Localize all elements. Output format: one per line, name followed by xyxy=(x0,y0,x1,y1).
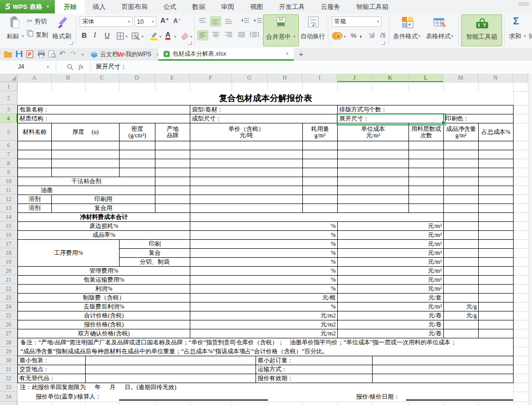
table-cell[interactable] xyxy=(408,159,444,168)
table-cell[interactable] xyxy=(17,159,52,168)
table-cell[interactable] xyxy=(478,177,514,186)
table-cell[interactable] xyxy=(443,284,479,294)
number-format-select[interactable]: 常规▾ xyxy=(332,16,382,27)
row-header-32[interactable]: 32 xyxy=(0,374,17,383)
column-header-D[interactable]: D xyxy=(119,74,155,82)
header-material[interactable]: 材料名称 xyxy=(17,123,52,141)
header-unit_cost[interactable]: 单位成本 元/m² xyxy=(337,123,409,141)
sheet-title[interactable]: 复合包材成本分解报价表 xyxy=(17,91,514,105)
row-header-16[interactable]: 16 xyxy=(0,230,17,239)
new-tab-button[interactable]: + xyxy=(299,50,303,58)
table-cell[interactable] xyxy=(337,177,409,186)
font-name-select[interactable]: 宋体▾ xyxy=(80,16,133,27)
row-header-27[interactable]: 27 xyxy=(0,329,17,338)
table-cell[interactable]: 元/m² xyxy=(337,230,444,240)
table-cell[interactable]: 合计价格(含税) xyxy=(17,311,190,320)
table-cell[interactable] xyxy=(478,320,514,329)
table-cell[interactable]: 元/m² xyxy=(337,275,444,285)
window-controls[interactable] xyxy=(518,2,529,6)
font-size-select[interactable]: 10▾ xyxy=(134,16,156,27)
table-cell[interactable] xyxy=(337,168,409,177)
table-cell[interactable] xyxy=(337,150,409,159)
table-cell[interactable] xyxy=(155,186,190,195)
table-cell[interactable] xyxy=(119,150,155,159)
table-cell[interactable] xyxy=(302,159,338,168)
table-cell[interactable] xyxy=(190,168,303,177)
table-cell[interactable]: 去版费后利润% xyxy=(17,302,190,311)
format-painter-button[interactable]: 格式刷 xyxy=(50,14,74,45)
table-cell[interactable]: % xyxy=(190,275,338,285)
table-cell[interactable] xyxy=(408,203,444,213)
table-cell[interactable] xyxy=(155,159,190,168)
header-cost_share[interactable]: 占总成本% xyxy=(478,123,514,141)
table-cell[interactable]: 元/m² xyxy=(337,248,444,258)
menu-data[interactable]: 数据 xyxy=(184,0,213,13)
bold-button[interactable]: B xyxy=(82,31,87,39)
table-cell[interactable] xyxy=(478,302,514,311)
table-cell[interactable]: 袋型/卷材： xyxy=(190,105,338,114)
wrap-text-button[interactable]: 自动换行 xyxy=(300,14,326,45)
column-header-E[interactable]: E xyxy=(155,74,190,82)
table-cell[interactable] xyxy=(85,365,256,374)
menu-home[interactable]: 开始 xyxy=(56,0,85,13)
table-cell[interactable] xyxy=(17,141,52,150)
table-cell[interactable] xyxy=(408,177,444,186)
table-cell[interactable] xyxy=(478,195,514,204)
align-left-button[interactable] xyxy=(197,30,208,40)
borders-button[interactable] xyxy=(117,32,125,42)
table-cell[interactable]: 制版费（含税） xyxy=(17,293,190,303)
row-header-26[interactable]: 26 xyxy=(0,320,17,329)
row-header-10[interactable]: 10 xyxy=(0,177,17,186)
table-cell[interactable] xyxy=(190,186,303,195)
row-header-5[interactable]: 5 xyxy=(0,123,17,141)
table-cell[interactable] xyxy=(155,195,190,204)
print-preview-icon[interactable] xyxy=(48,50,56,60)
grow-font-button[interactable]: A⁺ xyxy=(160,16,169,24)
column-header-G[interactable]: G xyxy=(232,74,267,82)
undo-icon[interactable]: ↶ xyxy=(59,49,65,57)
table-cell[interactable] xyxy=(478,150,514,159)
name-box[interactable]: J4 ▾ xyxy=(0,61,56,73)
column-header-L[interactable]: L xyxy=(408,74,443,82)
table-cell[interactable] xyxy=(337,141,409,150)
table-cell[interactable]: % xyxy=(190,257,338,267)
table-cell[interactable] xyxy=(372,365,514,374)
table-cell[interactable] xyxy=(443,239,479,249)
row-header-7[interactable]: 7 xyxy=(0,150,17,159)
smart-toolbox-button[interactable]: 智能工具箱 xyxy=(461,14,502,46)
table-cell[interactable] xyxy=(478,230,514,240)
table-cell[interactable] xyxy=(337,203,409,213)
header-consumption[interactable]: 耗用量 g/m² xyxy=(302,123,338,141)
table-cell[interactable]: 废边损耗% xyxy=(17,221,190,231)
table-cell[interactable] xyxy=(302,177,338,186)
row-header-3[interactable]: 3 xyxy=(0,105,17,114)
menu-view[interactable]: 视图 xyxy=(242,0,271,13)
table-cell[interactable] xyxy=(408,195,444,204)
table-cell[interactable] xyxy=(408,186,444,195)
footnote[interactable]: 注：此报价单回复期限为 年 月 日。(逾期回传无效) xyxy=(18,383,514,392)
table-cell[interactable] xyxy=(478,221,514,231)
column-header-F[interactable]: F xyxy=(190,74,232,82)
table-cell[interactable] xyxy=(478,186,514,195)
table-cell[interactable] xyxy=(119,168,155,177)
column-header-N[interactable]: N xyxy=(478,74,513,82)
table-cell[interactable]: 成品率% xyxy=(17,230,190,240)
table-cell[interactable]: 包装运输费用% xyxy=(17,275,190,285)
table-cell[interactable]: 溶剂 xyxy=(17,203,52,213)
table-cell[interactable]: 成型尺寸： xyxy=(190,114,338,123)
table-cell[interactable] xyxy=(478,257,514,267)
table-cell[interactable] xyxy=(478,275,514,285)
table-cell[interactable] xyxy=(478,239,514,249)
table-cell[interactable] xyxy=(443,195,479,204)
table-cell[interactable]: 元/m² xyxy=(337,257,444,267)
header-density[interactable]: 密度 (g/cm³) xyxy=(119,123,155,141)
table-style-button[interactable]: 表格样式 ▾ xyxy=(424,14,455,45)
row-header-6[interactable]: 6 xyxy=(0,141,17,150)
row-header-24[interactable]: 24 xyxy=(0,302,17,311)
table-cell[interactable] xyxy=(443,275,479,285)
table-cell[interactable]: 交货地点： xyxy=(17,365,86,374)
table-cell[interactable]: 溶剂 xyxy=(17,195,52,204)
table-cell[interactable] xyxy=(51,159,120,168)
row-header-13[interactable]: 13 xyxy=(0,203,17,212)
table-cell[interactable]: 运输方式： xyxy=(256,365,373,374)
